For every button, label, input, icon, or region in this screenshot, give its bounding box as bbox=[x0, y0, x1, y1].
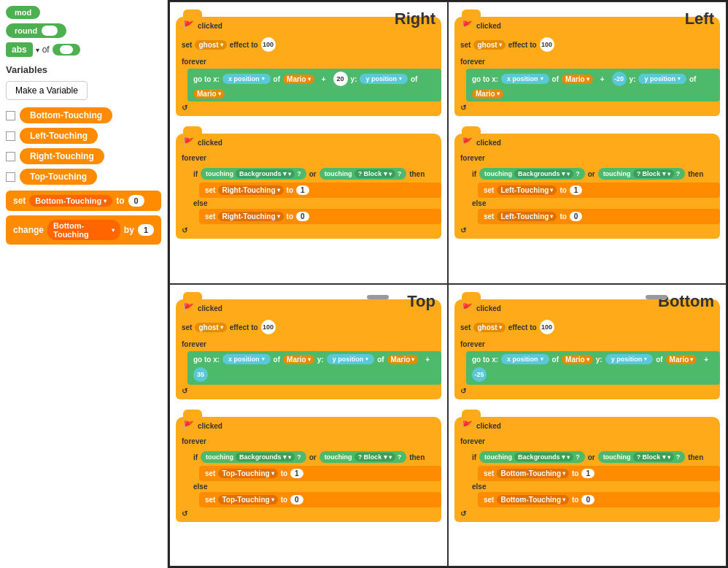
left-goto-indent: go to x: x position of Mario + -20 y: y … bbox=[454, 69, 720, 101]
left-set-lt-0: set Left-Touching to 0 bbox=[478, 209, 720, 224]
bottom-ghost-val: 100 bbox=[540, 320, 554, 334]
bottom-when-clicked-2: 🚩 clicked bbox=[454, 417, 720, 434]
of-toggle[interactable] bbox=[53, 44, 80, 55]
touching-bg-2[interactable]: touching Backgrounds ▾ ? bbox=[201, 168, 306, 180]
left-lt-val-1: 1 bbox=[570, 185, 583, 195]
change-value-input[interactable]: 1 bbox=[138, 224, 154, 236]
bottom-ypos-dd[interactable]: y position bbox=[605, 354, 654, 364]
top-forever-1: forever bbox=[176, 337, 441, 351]
var-bottom-touching: Bottom-Touching bbox=[6, 107, 161, 123]
set-var-dropdown[interactable]: Bottom-Touching ▾ bbox=[29, 195, 112, 207]
bottom-offset: -25 bbox=[472, 367, 487, 382]
left-else: else bbox=[466, 198, 720, 209]
bottom-scripts: 🚩 clicked set ghost effect to 100 foreve… bbox=[449, 285, 726, 528]
change-var-dropdown[interactable]: Bottom-Touching ▾ bbox=[47, 220, 120, 240]
var-pill-bottom[interactable]: Bottom-Touching bbox=[20, 107, 112, 123]
set-rt-0: set Right-Touching to 0 bbox=[199, 209, 441, 224]
top-else: else bbox=[187, 481, 441, 492]
make-variable-button[interactable]: Make a Variable bbox=[6, 81, 88, 100]
left-lt-dd[interactable]: Left-Touching bbox=[497, 185, 557, 195]
left-ypos-dd[interactable]: y position bbox=[638, 74, 686, 84]
top-touching-block[interactable]: touching ? Block ▾ ? bbox=[320, 451, 407, 463]
bottom-touching-block[interactable]: touching ? Block ▾ ? bbox=[598, 451, 686, 463]
y-pos-dd-1[interactable]: y position bbox=[360, 74, 408, 84]
rt-dd-2[interactable]: Right-Touching bbox=[218, 185, 283, 195]
left-scripts: 🚩 clicked set ghost effect to 100 foreve… bbox=[449, 2, 726, 245]
left-touching-block[interactable]: touching ? Block ▾ ? bbox=[598, 168, 686, 180]
left-ghost-dd[interactable]: ghost bbox=[473, 40, 505, 50]
bottom-plus: + bbox=[700, 355, 713, 364]
top-mario-dd2[interactable]: Mario bbox=[387, 355, 419, 364]
left-goto-1: go to x: x position of Mario + -20 y: y … bbox=[466, 69, 720, 101]
left-touching-bg[interactable]: touching Backgrounds ▾ ? bbox=[479, 168, 585, 180]
left-mario-dd2[interactable]: Mario bbox=[472, 89, 503, 99]
if-top-2: if touching Backgrounds ▾ ? or touching … bbox=[187, 165, 441, 183]
left-mario-dd[interactable]: Mario bbox=[562, 74, 593, 84]
left-script-1: 🚩 clicked set ghost effect to 100 foreve… bbox=[454, 8, 720, 116]
else-indent-2: set Right-Touching to 0 bbox=[187, 209, 441, 224]
top-tt-dd2[interactable]: Top-Touching bbox=[218, 495, 277, 504]
bottom-xpos-dd[interactable]: x position bbox=[501, 354, 549, 364]
top-tt-dd[interactable]: Top-Touching bbox=[218, 469, 277, 478]
top-mario-dd[interactable]: Mario bbox=[283, 355, 314, 364]
left-lt-dd2[interactable]: Left-Touching bbox=[497, 212, 557, 221]
bottom-touching-bg[interactable]: touching Backgrounds ▾ ? bbox=[479, 451, 585, 463]
quadrant-bottom: Bottom 🚩 clicked set ghost effect to 100… bbox=[448, 284, 727, 567]
flag-icon-b2: 🚩 bbox=[462, 421, 473, 431]
top-if-indent: if touching Backgrounds ▾ ? or touching … bbox=[176, 448, 441, 507]
top-scripts: 🚩 clicked set ghost effect to 100 foreve… bbox=[170, 285, 447, 528]
mario-dd-1[interactable]: Mario bbox=[283, 74, 314, 84]
top-ghost-dd[interactable]: ghost bbox=[195, 323, 226, 332]
change-block[interactable]: change Bottom-Touching ▾ by 1 bbox=[6, 215, 161, 245]
left-set-ghost-1: set ghost effect to 100 bbox=[454, 34, 720, 55]
x-pos-dd-1[interactable]: x position bbox=[222, 74, 271, 84]
mario-dd-1b[interactable]: Mario bbox=[193, 89, 225, 99]
top-touching-bg[interactable]: touching Backgrounds ▾ ? bbox=[201, 451, 306, 463]
top-forever-2: forever bbox=[176, 434, 441, 448]
bottom-mario-dd2[interactable]: Mario bbox=[666, 355, 697, 364]
left-ghost-val: 100 bbox=[540, 37, 554, 52]
top-when-clicked-2: 🚩 clicked bbox=[176, 417, 441, 434]
top-set-tt-1: set Top-Touching to 1 bbox=[199, 466, 441, 481]
top-ypos-dd[interactable]: y position bbox=[327, 354, 375, 364]
bottom-bt-dd2[interactable]: Bottom-Touching bbox=[497, 495, 569, 504]
set-value-input[interactable]: 0 bbox=[128, 195, 144, 207]
var-pill-top[interactable]: Top-Touching bbox=[20, 169, 97, 185]
bottom-mario-dd[interactable]: Mario bbox=[562, 355, 593, 364]
set-block[interactable]: set Bottom-Touching ▾ to 0 bbox=[6, 191, 161, 211]
flag-icon-l1: 🚩 bbox=[462, 20, 473, 31]
quadrant-left: Left 🚩 clicked set ghost effect to 100 f… bbox=[448, 1, 727, 284]
top-script-2: 🚩 clicked forever if touching Background… bbox=[176, 408, 441, 522]
var-checkbox-bottom[interactable] bbox=[6, 111, 15, 120]
rt-dd-2b[interactable]: Right-Touching bbox=[218, 212, 283, 221]
if-indent-2: if touching Backgrounds ▾ ? or touching … bbox=[176, 165, 441, 224]
bottom-minimize-btn[interactable] bbox=[646, 295, 667, 299]
bottom-else: else bbox=[466, 481, 720, 492]
quadrant-right: Right 🚩 clicked set ghost effect to 100 … bbox=[169, 1, 448, 284]
left-xpos-dd[interactable]: x position bbox=[501, 74, 549, 84]
top-xpos-dd[interactable]: x position bbox=[222, 354, 271, 364]
bottom-bt-dd[interactable]: Bottom-Touching bbox=[497, 469, 569, 478]
touching-block-2[interactable]: touching ? Block ▾ ? bbox=[320, 168, 407, 180]
right-scripts: 🚩 clicked set ghost effect to 100 foreve… bbox=[170, 2, 447, 245]
ghost-val: 100 bbox=[261, 37, 276, 52]
round-toggle bbox=[42, 26, 58, 36]
mod-block[interactable]: mod bbox=[6, 6, 40, 19]
flag-icon-t1: 🚩 bbox=[183, 303, 194, 313]
when-clicked-hat-2: 🚩 clicked bbox=[176, 134, 441, 151]
top-set-tt-0: set Top-Touching to 0 bbox=[199, 492, 441, 507]
var-checkbox-left[interactable] bbox=[6, 131, 15, 141]
top-minimize-btn[interactable] bbox=[367, 295, 389, 299]
round-block[interactable]: round bbox=[6, 23, 66, 38]
var-pill-right[interactable]: Right-Touching bbox=[20, 148, 104, 164]
abs-pill[interactable]: abs bbox=[6, 42, 33, 57]
bottom-goto: go to x: x position of Mario y: y positi… bbox=[466, 351, 720, 385]
var-pill-left[interactable]: Left-Touching bbox=[20, 128, 98, 144]
left-offset: -20 bbox=[612, 72, 627, 86]
ghost-dd[interactable]: ghost bbox=[195, 40, 226, 50]
bottom-ghost-dd[interactable]: ghost bbox=[473, 323, 505, 332]
flag-icon-b1: 🚩 bbox=[462, 303, 473, 313]
var-checkbox-right[interactable] bbox=[6, 152, 15, 161]
var-checkbox-top[interactable] bbox=[6, 172, 15, 182]
bottom-forever-cap-1: ↺ bbox=[454, 385, 720, 399]
